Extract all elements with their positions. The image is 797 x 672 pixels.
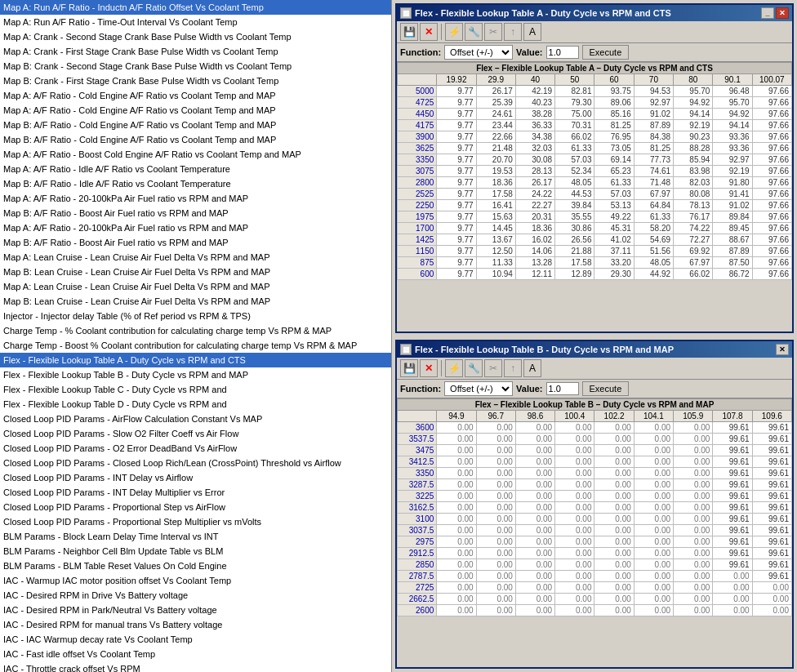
data-cell[interactable]: 95.70 xyxy=(713,97,752,109)
list-item-41[interactable]: IAC - Desired RPM in Park/Neutral Vs Bat… xyxy=(0,603,391,617)
list-item-39[interactable]: IAC - Warmup IAC motor position offset V… xyxy=(0,573,391,588)
data-cell[interactable]: 12.11 xyxy=(515,269,554,280)
data-cell[interactable]: 0.00 xyxy=(437,433,476,444)
list-item-25[interactable]: Flex - Flexible Lookup Table B - Duty Cy… xyxy=(0,367,391,382)
data-cell[interactable]: 89.45 xyxy=(713,223,752,234)
data-cell[interactable]: 0.00 xyxy=(515,604,554,616)
list-item-14[interactable]: Map B: A/F Ratio - Boost Air Fuel ratio … xyxy=(0,206,391,220)
data-cell[interactable]: 0.00 xyxy=(476,593,515,604)
data-cell[interactable]: 0.00 xyxy=(476,604,515,616)
data-cell[interactable]: 97.66 xyxy=(752,166,791,177)
data-cell[interactable]: 0.00 xyxy=(555,490,594,501)
data-cell[interactable]: 99.61 xyxy=(713,524,752,536)
data-cell[interactable]: 0.00 xyxy=(515,421,554,433)
data-cell[interactable]: 0.00 xyxy=(437,513,476,524)
data-cell[interactable]: 0.00 xyxy=(555,547,594,559)
data-cell[interactable]: 29.30 xyxy=(594,269,634,280)
data-cell[interactable]: 0.00 xyxy=(752,581,791,593)
data-cell[interactable]: 67.97 xyxy=(634,189,673,200)
data-cell[interactable]: 57.03 xyxy=(594,189,634,200)
data-cell[interactable]: 37.11 xyxy=(594,246,634,257)
cancel-btn-a[interactable]: ✕ xyxy=(420,23,438,41)
data-cell[interactable]: 82.03 xyxy=(674,177,713,189)
data-cell[interactable]: 0.00 xyxy=(555,421,594,433)
data-cell[interactable]: 0.00 xyxy=(476,581,515,593)
data-cell[interactable]: 0.00 xyxy=(634,467,673,478)
data-cell[interactable]: 0.00 xyxy=(476,547,515,559)
data-cell[interactable]: 0.00 xyxy=(674,593,713,604)
data-cell[interactable]: 77.73 xyxy=(634,154,673,166)
data-cell[interactable]: 0.00 xyxy=(634,490,673,501)
list-item-2[interactable]: Map A: Crank - Second Stage Crank Base P… xyxy=(0,29,391,44)
data-cell[interactable]: 35.55 xyxy=(555,211,594,223)
data-cell[interactable]: 0.00 xyxy=(634,581,673,593)
data-cell[interactable]: 0.00 xyxy=(515,536,554,547)
data-cell[interactable]: 34.38 xyxy=(515,131,554,143)
data-cell[interactable]: 65.23 xyxy=(594,166,634,177)
data-cell[interactable]: 99.61 xyxy=(713,536,752,547)
list-item-7[interactable]: Map A: A/F Ratio - Cold Engine A/F Ratio… xyxy=(0,103,391,118)
data-cell[interactable]: 9.77 xyxy=(437,223,476,234)
data-cell[interactable]: 9.77 xyxy=(437,189,476,200)
data-cell[interactable]: 97.66 xyxy=(752,154,791,166)
data-cell[interactable]: 49.22 xyxy=(594,211,634,223)
data-cell[interactable]: 97.66 xyxy=(752,109,791,120)
data-cell[interactable]: 0.00 xyxy=(437,604,476,616)
data-cell[interactable]: 0.00 xyxy=(555,581,594,593)
data-cell[interactable]: 0.00 xyxy=(674,559,713,570)
tool-btn-4a[interactable]: ↑ xyxy=(504,23,522,41)
data-cell[interactable]: 97.66 xyxy=(752,120,791,131)
data-cell[interactable]: 99.61 xyxy=(752,433,791,444)
tool-btn-1b[interactable]: ⚡ xyxy=(445,359,463,377)
list-item-33[interactable]: Closed Loop PID Params - INT Delay Multi… xyxy=(0,485,391,500)
data-cell[interactable]: 0.00 xyxy=(476,570,515,581)
data-cell[interactable]: 0.00 xyxy=(515,547,554,559)
data-cell[interactable]: 0.00 xyxy=(594,501,634,513)
data-cell[interactable]: 0.00 xyxy=(594,524,634,536)
data-cell[interactable]: 97.66 xyxy=(752,269,791,280)
data-cell[interactable]: 61.33 xyxy=(634,211,673,223)
data-cell[interactable]: 0.00 xyxy=(437,524,476,536)
data-cell[interactable]: 0.00 xyxy=(674,421,713,433)
list-item-22[interactable]: Charge Temp - % Coolant contribution for… xyxy=(0,323,391,338)
data-cell[interactable]: 0.00 xyxy=(674,581,713,593)
data-cell[interactable]: 0.00 xyxy=(515,456,554,467)
data-cell[interactable]: 99.61 xyxy=(713,456,752,467)
data-cell[interactable]: 94.92 xyxy=(713,109,752,120)
data-cell[interactable]: 21.48 xyxy=(476,143,515,154)
data-cell[interactable]: 44.92 xyxy=(634,269,673,280)
data-cell[interactable]: 0.00 xyxy=(674,547,713,559)
data-cell[interactable]: 0.00 xyxy=(515,467,554,478)
data-cell[interactable]: 97.66 xyxy=(752,189,791,200)
data-cell[interactable]: 80.08 xyxy=(674,189,713,200)
list-item-8[interactable]: Map B: A/F Ratio - Cold Engine A/F Ratio… xyxy=(0,118,391,132)
data-cell[interactable]: 0.00 xyxy=(555,433,594,444)
data-cell[interactable]: 17.58 xyxy=(476,189,515,200)
data-cell[interactable]: 0.00 xyxy=(713,581,752,593)
data-cell[interactable]: 0.00 xyxy=(594,421,634,433)
list-item-31[interactable]: Closed Loop PID Params - Closed Loop Ric… xyxy=(0,456,391,470)
data-cell[interactable]: 0.00 xyxy=(634,421,673,433)
data-cell[interactable]: 99.61 xyxy=(752,490,791,501)
data-cell[interactable]: 9.77 xyxy=(437,86,476,97)
data-cell[interactable]: 99.61 xyxy=(752,478,791,490)
tool-btn-5a[interactable]: A xyxy=(523,23,541,41)
data-cell[interactable]: 97.66 xyxy=(752,211,791,223)
data-cell[interactable]: 0.00 xyxy=(476,421,515,433)
data-cell[interactable]: 94.92 xyxy=(674,97,713,109)
save-btn-b[interactable]: 💾 xyxy=(400,359,418,377)
data-cell[interactable]: 75.00 xyxy=(555,109,594,120)
list-item-45[interactable]: IAC - Throttle crack offset Vs RPM xyxy=(0,661,391,672)
function-select-a[interactable]: Offset (+/-) Multiply (%) Set Value xyxy=(444,45,513,60)
data-cell[interactable]: 0.00 xyxy=(515,490,554,501)
data-cell[interactable]: 0.00 xyxy=(437,593,476,604)
data-cell[interactable]: 0.00 xyxy=(437,490,476,501)
data-cell[interactable]: 97.66 xyxy=(752,257,791,269)
list-item-10[interactable]: Map A: A/F Ratio - Boost Cold Engine A/F… xyxy=(0,147,391,162)
data-cell[interactable]: 9.77 xyxy=(437,200,476,211)
data-cell[interactable]: 0.00 xyxy=(437,478,476,490)
data-cell[interactable]: 97.66 xyxy=(752,86,791,97)
data-cell[interactable]: 25.39 xyxy=(476,97,515,109)
data-cell[interactable]: 0.00 xyxy=(515,513,554,524)
data-cell[interactable]: 24.22 xyxy=(515,189,554,200)
